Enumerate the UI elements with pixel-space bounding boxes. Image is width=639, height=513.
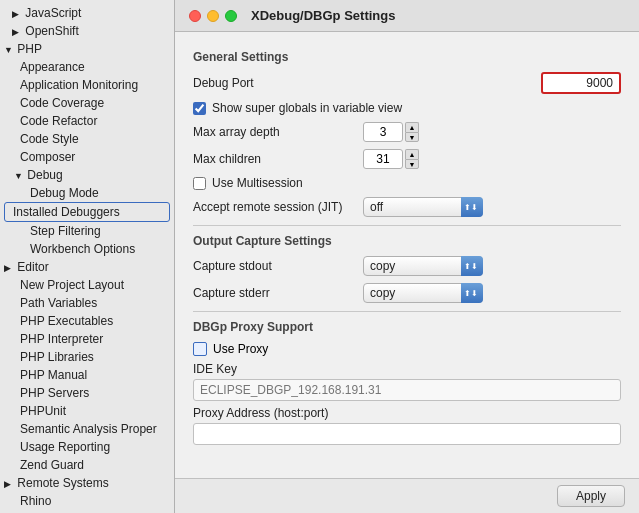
max-array-depth-spinners: ▲ ▼	[405, 122, 419, 142]
use-proxy-checkbox-box	[193, 342, 207, 356]
max-array-depth-up[interactable]: ▲	[405, 122, 419, 132]
sidebar-item-php-executables[interactable]: PHP Executables	[0, 312, 174, 330]
max-children-wrap: ▲ ▼	[363, 149, 419, 169]
sidebar-item-debug[interactable]: Debug	[0, 166, 174, 184]
ide-key-section: IDE Key	[193, 362, 621, 406]
sidebar-item-rhino[interactable]: Rhino	[0, 492, 174, 510]
sidebar: JavaScript OpenShift PHP Appearance Appl…	[0, 0, 175, 513]
sidebar-item-php-servers[interactable]: PHP Servers	[0, 384, 174, 402]
sidebar-item-new-project-layout[interactable]: New Project Layout	[0, 276, 174, 294]
divider-2	[193, 311, 621, 312]
output-capture-header: Output Capture Settings	[193, 234, 621, 248]
general-settings-header: General Settings	[193, 50, 621, 64]
debug-port-input[interactable]	[541, 72, 621, 94]
max-array-depth-input[interactable]	[363, 122, 403, 142]
sidebar-item-phpunit[interactable]: PHPUnit	[0, 402, 174, 420]
proxy-address-section: Proxy Address (host:port)	[193, 406, 621, 450]
settings-content: General Settings Debug Port Show super g…	[175, 32, 639, 478]
sidebar-item-semantic-analysis[interactable]: Semantic Analysis Proper	[0, 420, 174, 438]
chevron-editor	[4, 263, 14, 273]
close-button[interactable]	[189, 10, 201, 22]
apply-button[interactable]: Apply	[557, 485, 625, 507]
capture-stderr-select[interactable]: copy off on	[363, 283, 483, 303]
proxy-address-input[interactable]	[193, 423, 621, 445]
sidebar-item-php-manual[interactable]: PHP Manual	[0, 366, 174, 384]
sidebar-item-code-refactor[interactable]: Code Refactor	[0, 112, 174, 130]
debug-port-row: Debug Port	[193, 72, 621, 94]
maximize-button[interactable]	[225, 10, 237, 22]
capture-stderr-label: Capture stderr	[193, 286, 363, 300]
bottom-bar: Apply	[175, 478, 639, 513]
main-panel: XDebug/DBGp Settings General Settings De…	[175, 0, 639, 513]
multisession-label: Use Multisession	[212, 176, 303, 190]
sidebar-item-zend-guard[interactable]: Zend Guard	[0, 456, 174, 474]
max-children-input[interactable]	[363, 149, 403, 169]
max-array-depth-down[interactable]: ▼	[405, 132, 419, 142]
max-children-spinners: ▲ ▼	[405, 149, 419, 169]
sidebar-item-openshift[interactable]: OpenShift	[0, 22, 174, 40]
sidebar-item-usage-reporting[interactable]: Usage Reporting	[0, 438, 174, 456]
sidebar-item-php-interpreter[interactable]: PHP Interpreter	[0, 330, 174, 348]
sidebar-item-installed-debuggers[interactable]: Installed Debuggers	[4, 202, 170, 222]
traffic-lights	[189, 10, 237, 22]
capture-stdout-row: Capture stdout copy off on ⬆⬇	[193, 256, 621, 276]
max-children-label: Max children	[193, 152, 363, 166]
max-children-row: Max children ▲ ▼	[193, 149, 621, 169]
accept-remote-label: Accept remote session (JIT)	[193, 200, 363, 214]
ide-key-input[interactable]	[193, 379, 621, 401]
super-globals-label: Show super globals in variable view	[212, 101, 402, 115]
sidebar-item-appearance[interactable]: Appearance	[0, 58, 174, 76]
use-proxy-label: Use Proxy	[213, 342, 268, 356]
capture-stdout-select[interactable]: copy off on	[363, 256, 483, 276]
chevron-php	[4, 45, 14, 55]
max-array-depth-row: Max array depth ▲ ▼	[193, 122, 621, 142]
sidebar-item-editor[interactable]: Editor	[0, 258, 174, 276]
capture-stderr-row: Capture stderr copy off on ⬆⬇	[193, 283, 621, 303]
sidebar-item-step-filtering[interactable]: Step Filtering	[0, 222, 174, 240]
chevron-remote	[4, 479, 14, 489]
accept-remote-select[interactable]: off on	[363, 197, 483, 217]
debug-port-label: Debug Port	[193, 76, 363, 90]
sidebar-item-composer[interactable]: Composer	[0, 148, 174, 166]
sidebar-item-debug-mode[interactable]: Debug Mode	[0, 184, 174, 202]
sidebar-item-path-variables[interactable]: Path Variables	[0, 294, 174, 312]
debug-port-wrapper	[363, 72, 621, 94]
chevron-openshift	[12, 27, 22, 37]
sidebar-item-php-libraries[interactable]: PHP Libraries	[0, 348, 174, 366]
sidebar-item-remote-systems[interactable]: Remote Systems	[0, 474, 174, 492]
ide-key-label: IDE Key	[193, 362, 621, 376]
sidebar-item-app-monitoring[interactable]: Application Monitoring	[0, 76, 174, 94]
sidebar-item-php[interactable]: PHP	[0, 40, 174, 58]
minimize-button[interactable]	[207, 10, 219, 22]
sidebar-item-javascript[interactable]: JavaScript	[0, 4, 174, 22]
max-children-down[interactable]: ▼	[405, 159, 419, 169]
sidebar-item-code-style[interactable]: Code Style	[0, 130, 174, 148]
max-array-depth-label: Max array depth	[193, 125, 363, 139]
divider-1	[193, 225, 621, 226]
sidebar-item-code-coverage[interactable]: Code Coverage	[0, 94, 174, 112]
max-children-up[interactable]: ▲	[405, 149, 419, 159]
super-globals-checkbox[interactable]	[193, 102, 206, 115]
use-proxy-row: Use Proxy	[193, 342, 621, 356]
capture-stdout-label: Capture stdout	[193, 259, 363, 273]
proxy-address-label: Proxy Address (host:port)	[193, 406, 621, 420]
capture-stdout-dropdown-wrap: copy off on ⬆⬇	[363, 256, 483, 276]
max-array-depth-wrap: ▲ ▼	[363, 122, 419, 142]
dialog-title: XDebug/DBGp Settings	[251, 8, 395, 23]
accept-remote-row: Accept remote session (JIT) off on ⬆⬇	[193, 197, 621, 217]
chevron-debug	[14, 171, 24, 181]
title-bar: XDebug/DBGp Settings	[175, 0, 639, 32]
accept-remote-dropdown-wrap: off on ⬆⬇	[363, 197, 483, 217]
multisession-checkbox[interactable]	[193, 177, 206, 190]
super-globals-row: Show super globals in variable view	[193, 101, 621, 115]
dbgp-proxy-header: DBGp Proxy Support	[193, 320, 621, 334]
sidebar-item-workbench-options[interactable]: Workbench Options	[0, 240, 174, 258]
capture-stderr-dropdown-wrap: copy off on ⬆⬇	[363, 283, 483, 303]
multisession-row: Use Multisession	[193, 176, 621, 190]
chevron-javascript	[12, 9, 22, 19]
